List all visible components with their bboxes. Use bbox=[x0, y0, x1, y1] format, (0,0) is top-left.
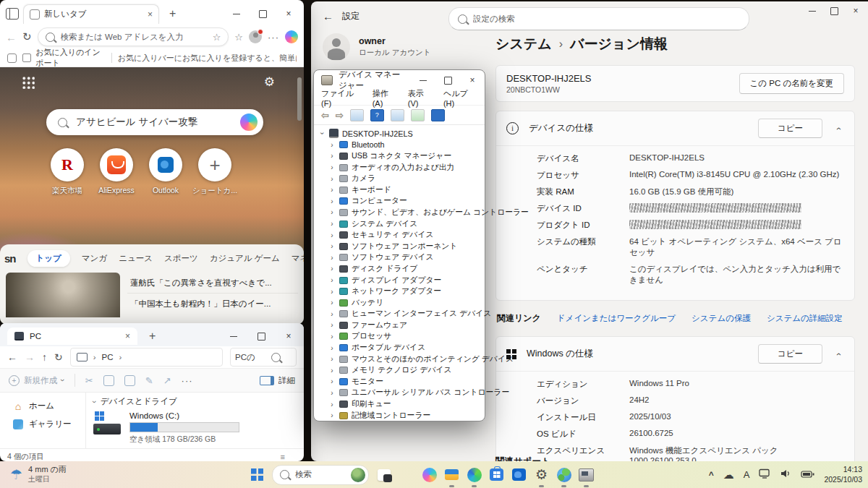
chevron-collapsed-icon[interactable]: › bbox=[328, 197, 336, 205]
address-input[interactable] bbox=[61, 33, 207, 41]
related-link[interactable]: システムの詳細設定 bbox=[767, 313, 843, 324]
tree-node[interactable]: › カメラ bbox=[328, 173, 485, 184]
chevron-collapsed-icon[interactable]: › bbox=[328, 333, 336, 341]
copilot-button[interactable] bbox=[422, 467, 437, 482]
file-explorer-button[interactable] bbox=[444, 467, 459, 482]
tree-node[interactable]: › メモリ テクノロジ デバイス bbox=[328, 364, 485, 376]
profile-avatar[interactable] bbox=[249, 30, 262, 43]
chevron-up-icon[interactable]: › bbox=[833, 353, 843, 356]
close-button[interactable]: × bbox=[463, 73, 482, 87]
rename-pc-button[interactable]: この PC の名前を変更 bbox=[739, 73, 844, 94]
menu-item[interactable]: ヘルプ(H) bbox=[443, 88, 477, 108]
favorites-bar-icon[interactable] bbox=[7, 53, 17, 63]
tree-node[interactable]: › ヒューマン インターフェイス デバイス bbox=[328, 309, 485, 320]
close-button[interactable]: × bbox=[278, 6, 299, 22]
maximize-button[interactable] bbox=[438, 73, 457, 87]
forward-icon[interactable]: → bbox=[25, 351, 35, 363]
ntp-search-box[interactable] bbox=[46, 109, 263, 135]
more-options-icon[interactable]: ··· bbox=[182, 375, 193, 386]
tree-node[interactable]: › バッテリ bbox=[328, 297, 485, 309]
ntp-search-input[interactable] bbox=[76, 117, 231, 128]
shortcut[interactable]: Outlook bbox=[149, 148, 182, 196]
tab-close-icon[interactable]: × bbox=[148, 9, 153, 20]
tree-node[interactable]: › ポータブル デバイス bbox=[328, 342, 485, 354]
copy-windows-spec-button[interactable]: コピー bbox=[758, 344, 822, 364]
apps-grid-icon[interactable] bbox=[22, 76, 35, 89]
related-link[interactable]: システムの保護 bbox=[692, 313, 751, 324]
chevron-collapsed-icon[interactable]: › bbox=[328, 220, 336, 228]
tab-close-icon[interactable]: × bbox=[125, 331, 130, 341]
close-button[interactable]: × bbox=[278, 328, 299, 344]
navigate-forward-icon[interactable]: ⇨ bbox=[336, 110, 344, 121]
refresh-icon[interactable]: ↻ bbox=[22, 30, 32, 43]
browser-tab[interactable]: 新しいタブ × bbox=[23, 4, 159, 24]
menu-item[interactable]: 操作(A) bbox=[373, 88, 398, 108]
chevron-collapsed-icon[interactable]: › bbox=[328, 254, 336, 262]
minimize-button[interactable] bbox=[414, 73, 433, 87]
new-item-button[interactable]: + 新規作成 › bbox=[9, 375, 64, 386]
tree-node[interactable]: › ディスプレイ アダプター bbox=[328, 275, 485, 286]
tree-node[interactable]: › コンピューター bbox=[328, 196, 485, 207]
news-tab[interactable]: カジュアル ゲーム bbox=[210, 253, 280, 264]
copilot-icon[interactable] bbox=[285, 30, 298, 43]
tree-node[interactable]: › モニター bbox=[328, 376, 485, 388]
shortcut[interactable]: + ショートカ... bbox=[198, 148, 231, 196]
menu-item[interactable]: 表示(V) bbox=[408, 88, 433, 108]
back-icon[interactable]: ← bbox=[7, 351, 17, 363]
maximize-button[interactable] bbox=[823, 3, 845, 19]
thumbnail-view-icon[interactable] bbox=[291, 453, 297, 461]
chevron-collapsed-icon[interactable]: › bbox=[328, 231, 336, 239]
chevron-collapsed-icon[interactable]: › bbox=[328, 389, 336, 397]
copilot-icon[interactable] bbox=[240, 114, 258, 131]
rename-icon[interactable]: ✎ bbox=[145, 375, 153, 386]
chevron-collapsed-icon[interactable]: › bbox=[328, 299, 336, 307]
tree-node[interactable]: › ディスク ドライブ bbox=[328, 263, 485, 275]
news-tab[interactable]: ニュース bbox=[119, 253, 153, 264]
news-tab[interactable]: スポーツ bbox=[164, 253, 198, 264]
related-link[interactable]: ドメインまたはワークグループ bbox=[557, 313, 676, 324]
settings-user-block[interactable]: owner ローカル アカウント bbox=[323, 33, 430, 61]
new-tab-button[interactable]: + bbox=[169, 7, 221, 20]
section-header[interactable]: › デバイスとドライブ bbox=[93, 396, 297, 407]
chevron-collapsed-icon[interactable]: › bbox=[328, 152, 336, 160]
chevron-collapsed-icon[interactable]: › bbox=[328, 175, 336, 183]
chevron-up-icon[interactable]: › bbox=[833, 127, 843, 130]
scan-hardware-icon[interactable] bbox=[411, 109, 425, 121]
update-driver-icon[interactable] bbox=[391, 109, 404, 121]
explorer-tab[interactable]: PC × bbox=[7, 328, 137, 345]
volume-icon[interactable] bbox=[780, 468, 791, 481]
chevron-collapsed-icon[interactable]: › bbox=[328, 411, 336, 419]
explorer-search-box[interactable] bbox=[230, 348, 297, 367]
chevron-collapsed-icon[interactable]: › bbox=[328, 276, 336, 284]
cut-icon[interactable]: ✂ bbox=[85, 375, 93, 386]
weather-widget[interactable]: ☂ 4 mm の雨 土曜日 bbox=[0, 465, 77, 484]
up-icon[interactable]: ↑ bbox=[42, 351, 47, 363]
tree-node[interactable]: › ソフトウェア デバイス bbox=[328, 252, 485, 264]
back-icon[interactable]: ← bbox=[6, 31, 17, 43]
tree-node[interactable]: › 記憶域コントローラー bbox=[328, 410, 485, 421]
start-button[interactable] bbox=[250, 467, 265, 482]
sidebar-item[interactable]: ⌂ ホーム bbox=[0, 397, 85, 415]
copy-icon[interactable] bbox=[103, 375, 114, 386]
new-tab-button[interactable]: + bbox=[149, 330, 217, 343]
chevron-collapsed-icon[interactable]: › bbox=[328, 321, 336, 329]
favorites-import-button[interactable]: お気に入りのインポート bbox=[22, 47, 106, 69]
ime-mode-indicator[interactable]: A bbox=[744, 469, 750, 480]
chevron-collapsed-icon[interactable]: › bbox=[328, 186, 336, 194]
close-button[interactable]: × bbox=[845, 3, 867, 19]
clock[interactable]: 14:13 2025/10/03 bbox=[824, 465, 862, 484]
tree-node[interactable]: › ネットワーク アダプター bbox=[328, 286, 485, 297]
tree-node[interactable]: › サウンド、ビデオ、およびゲーム コントローラー bbox=[328, 207, 485, 218]
sidebar-item[interactable]: ギャラリー bbox=[0, 415, 85, 433]
minimize-button[interactable] bbox=[801, 3, 823, 19]
news-tab[interactable]: トップ bbox=[27, 250, 70, 267]
battery-icon[interactable] bbox=[801, 468, 814, 481]
devices-icon[interactable] bbox=[431, 109, 445, 121]
store-button[interactable] bbox=[489, 467, 504, 482]
scrollbar-thumb[interactable] bbox=[297, 77, 302, 121]
chevron-collapsed-icon[interactable]: › bbox=[328, 288, 336, 296]
paste-icon[interactable] bbox=[124, 375, 135, 386]
chevron-collapsed-icon[interactable]: › bbox=[328, 401, 336, 408]
favorite-star-icon[interactable]: ☆ bbox=[213, 32, 221, 43]
maximize-button[interactable] bbox=[250, 328, 272, 344]
